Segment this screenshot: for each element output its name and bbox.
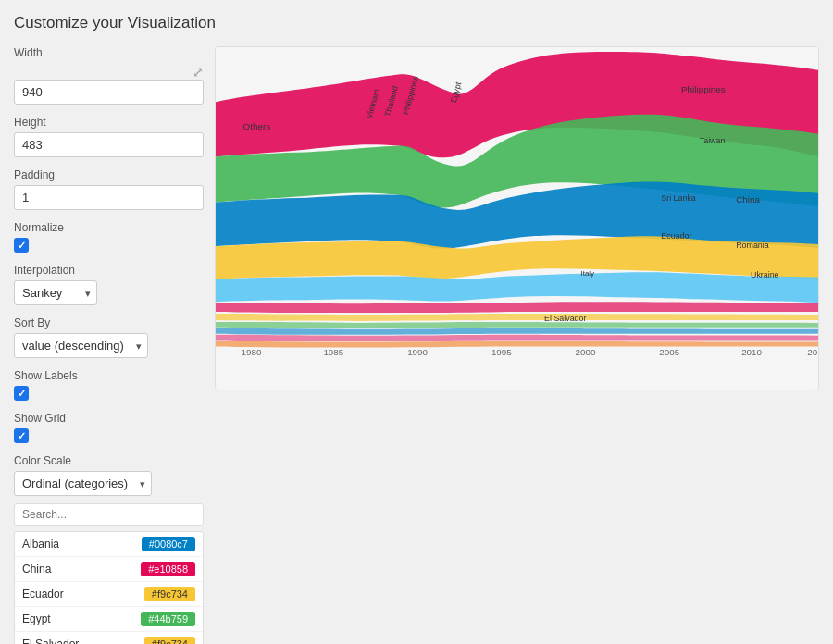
svg-text:Romania: Romania (736, 241, 769, 250)
list-item: China #e10858 (15, 557, 203, 582)
svg-text:20: 20 (807, 347, 817, 357)
svg-text:Philippines: Philippines (681, 84, 726, 94)
country-name: El Salvador (22, 638, 79, 644)
sort-by-select-wrapper: value (descending) value (ascending) alp… (14, 333, 148, 358)
interpolation-field-group: Interpolation Sankey Linear Basis Cardin… (14, 264, 204, 305)
country-name: Albania (22, 538, 59, 551)
height-field-group: Height (14, 116, 204, 157)
padding-label: Padding (14, 168, 204, 181)
country-name: China (22, 563, 51, 576)
svg-text:1985: 1985 (323, 347, 343, 357)
resize-icon[interactable]: ⤢ (193, 65, 204, 80)
padding-field-group: Padding (14, 168, 204, 210)
svg-text:El Salvador: El Salvador (544, 314, 586, 323)
show-grid-label: Show Grid (14, 412, 204, 425)
svg-text:1980: 1980 (242, 347, 262, 357)
svg-text:2000: 2000 (576, 347, 596, 357)
interpolation-label: Interpolation (14, 264, 204, 277)
interpolation-select[interactable]: Sankey Linear Basis Cardinal (14, 280, 97, 305)
svg-text:2010: 2010 (741, 347, 762, 357)
height-label: Height (14, 116, 204, 129)
show-grid-field-group: Show Grid (14, 412, 204, 443)
svg-text:Ecuador: Ecuador (661, 231, 691, 241)
svg-text:1990: 1990 (407, 347, 428, 357)
list-item: El Salvador #f9c734 (15, 632, 203, 644)
svg-text:China: China (736, 194, 760, 204)
color-scale-search-input[interactable] (14, 503, 204, 526)
show-grid-checkbox[interactable] (14, 428, 29, 443)
list-item: Egypt #44b759 (15, 607, 203, 632)
svg-text:Ukraine: Ukraine (751, 270, 779, 279)
color-scale-field-group: Color Scale Ordinal (categories) Sequent… (14, 454, 204, 644)
list-item: Albania #0080c7 (15, 532, 203, 557)
stream-chart: Others Vietnam Thailand Philippines Egyp… (216, 47, 818, 357)
list-item: Ecuador #f9c734 (15, 582, 203, 607)
width-label: Width (14, 46, 204, 59)
svg-text:2005: 2005 (659, 347, 679, 357)
svg-text:Taiwan: Taiwan (700, 136, 726, 145)
country-name: Egypt (22, 613, 51, 625)
color-scale-list: Albania #0080c7 China #e10858 Ecuador #f… (14, 531, 204, 644)
height-input[interactable] (14, 132, 204, 157)
normalize-label: Normalize (14, 221, 204, 234)
chart-area: Others Vietnam Thailand Philippines Egyp… (216, 47, 818, 390)
color-scale-select-wrapper: Ordinal (categories) Sequential Divergin… (14, 471, 152, 496)
show-labels-field-group: Show Labels (14, 369, 204, 401)
country-name: Ecuador (22, 588, 64, 601)
color-badge[interactable]: #f9c734 (144, 587, 195, 601)
color-badge[interactable]: #0080c7 (142, 537, 195, 551)
color-scale-select[interactable]: Ordinal (categories) Sequential Divergin… (14, 471, 152, 496)
svg-text:Sri Lanka: Sri Lanka (661, 193, 696, 203)
svg-text:Others: Others (243, 121, 271, 131)
page-title: Customize your Visualization (14, 14, 819, 32)
sort-by-select[interactable]: value (descending) value (ascending) alp… (14, 333, 148, 358)
color-badge[interactable]: #f9c734 (144, 637, 195, 644)
padding-input[interactable] (14, 185, 204, 210)
width-field-group: Width ⤢ (14, 46, 204, 105)
svg-text:1995: 1995 (491, 347, 512, 357)
svg-text:Italy: Italy (581, 269, 595, 278)
show-labels-checkbox[interactable] (14, 386, 29, 401)
control-panel: Width ⤢ Height Padding Normalize (14, 46, 204, 644)
color-badge[interactable]: #44b759 (141, 612, 195, 626)
normalize-checkbox[interactable] (14, 238, 29, 253)
width-input[interactable] (14, 80, 204, 105)
normalize-field-group: Normalize (14, 221, 204, 253)
color-scale-label: Color Scale (14, 454, 204, 467)
color-badge[interactable]: #e10858 (141, 562, 195, 576)
sort-by-label: Sort By (14, 316, 204, 329)
chart-panel: Others Vietnam Thailand Philippines Egyp… (215, 46, 819, 390)
sort-by-field-group: Sort By value (descending) value (ascend… (14, 316, 204, 358)
show-labels-label: Show Labels (14, 369, 204, 382)
interpolation-select-wrapper: Sankey Linear Basis Cardinal (14, 280, 97, 305)
